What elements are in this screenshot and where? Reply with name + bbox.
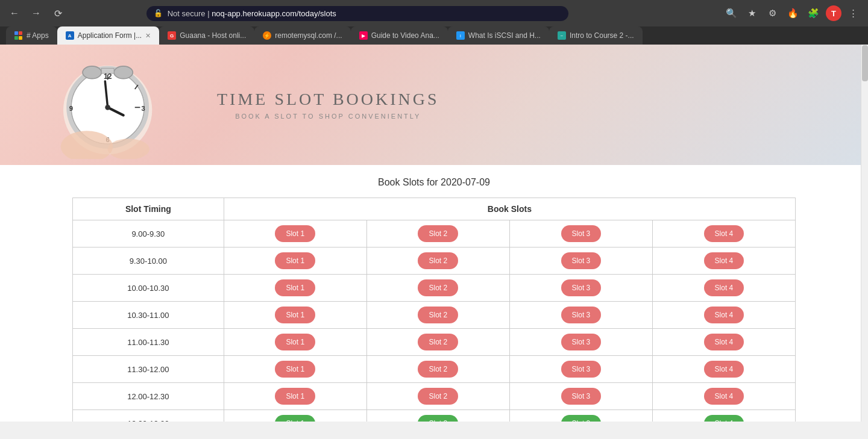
slot-timing-cell: 10.30-11.00	[73, 302, 224, 329]
slot-button-4[interactable]: Slot 4	[704, 388, 744, 405]
slot-button-4[interactable]: Slot 4	[704, 252, 744, 269]
forward-button[interactable]: →	[28, 5, 45, 22]
slot-button-1[interactable]: Slot 1	[275, 279, 315, 296]
slot-button-1[interactable]: Slot 1	[275, 252, 315, 269]
slot-timing-text: 11.00-11.30	[127, 338, 169, 347]
slot-cell: Slot 1	[224, 356, 366, 383]
slot-timing-cell: 9.00-9.30	[73, 220, 224, 248]
clock-illustration: 12 3 6 9	[24, 51, 181, 159]
svg-point-17	[108, 139, 149, 159]
slot-button-2[interactable]: Slot 2	[418, 334, 458, 350]
slot-cell: Slot 3	[509, 410, 652, 422]
slot-button-1[interactable]: Slot 1	[275, 361, 315, 378]
slot-cell: Slot 3	[509, 329, 652, 356]
slot-button-2[interactable]: Slot 2	[418, 279, 458, 296]
slot-button-1[interactable]: Slot 1	[275, 415, 315, 422]
remotemysql-favicon: ⚡	[263, 31, 271, 40]
slot-button-2[interactable]: Slot 2	[418, 225, 458, 242]
iscsi-favicon: i	[456, 31, 465, 40]
profile-avatar[interactable]: T	[826, 5, 841, 21]
svg-point-4	[114, 66, 133, 79]
tab-apps[interactable]: # Apps	[6, 26, 57, 45]
course2-favicon: ~	[558, 31, 566, 40]
tab-iscsi-label: What Is iSCSI and H...	[468, 31, 541, 40]
slot-button-4[interactable]: Slot 4	[704, 225, 744, 242]
puzzle-button[interactable]: 🧩	[805, 5, 822, 22]
slot-timing-text: 9.00-9.30	[131, 229, 165, 238]
slot-button-2[interactable]: Slot 2	[418, 415, 458, 422]
slot-button-4[interactable]: Slot 4	[704, 361, 744, 378]
slot-cell: Slot 1	[224, 383, 366, 410]
slot-button-2[interactable]: Slot 2	[418, 307, 458, 323]
tab-apps-label: # Apps	[27, 31, 49, 40]
slot-button-3[interactable]: Slot 3	[561, 279, 602, 296]
slot-button-1[interactable]: Slot 1	[275, 388, 315, 405]
slot-cell: Slot 4	[652, 410, 795, 422]
menu-button[interactable]: ⋮	[845, 5, 862, 22]
tab-close-icon[interactable]: ✕	[145, 32, 151, 40]
slot-timing-cell: 12.30-13.00	[73, 410, 224, 422]
slot-cell: Slot 2	[366, 248, 509, 275]
hero-text-container: Time Slot Bookings Book a slot to shop c…	[217, 90, 439, 120]
fire-button[interactable]: 🔥	[785, 5, 802, 22]
address-bar[interactable]: 🔓 Not secure | noq-app.herokuapp.com/tod…	[146, 6, 568, 21]
url-text: Not secure | noq-app.herokuapp.com/today…	[168, 9, 336, 18]
tab-remotemysql[interactable]: ⚡ remotemysql.com /...	[254, 26, 350, 45]
tab-remotemysql-label: remotemysql.com /...	[275, 31, 342, 40]
tabs-bar: # Apps A Application Form |... ✕ G Guaan…	[0, 26, 868, 45]
slot-button-2[interactable]: Slot 2	[418, 252, 458, 269]
browser-chrome: ← → ⟳ 🔓 Not secure | noq-app.herokuapp.c…	[0, 0, 868, 45]
reload-button[interactable]: ⟳	[49, 5, 66, 22]
slot-timing-cell: 11.00-11.30	[73, 329, 224, 356]
slot-button-3[interactable]: Slot 3	[561, 225, 602, 242]
settings-button[interactable]: ⚙	[764, 5, 781, 22]
slot-button-1[interactable]: Slot 1	[275, 225, 315, 242]
scrollbar-thumb[interactable]	[862, 45, 868, 81]
slot-button-2[interactable]: Slot 2	[418, 361, 458, 378]
page-content: 12 3 6 9 Time Slot Bookings Book a slot …	[0, 45, 868, 422]
back-button[interactable]: ←	[6, 5, 23, 22]
slot-button-2[interactable]: Slot 2	[418, 388, 458, 405]
tab-appform[interactable]: A Application Form |... ✕	[57, 26, 160, 45]
slot-button-1[interactable]: Slot 1	[275, 334, 315, 350]
table-row: 11.30-12.00Slot 1Slot 2Slot 3Slot 4	[73, 356, 796, 383]
tab-course2-label: Intro to Course 2 -...	[570, 31, 634, 40]
table-row: 10.00-10.30Slot 1Slot 2Slot 3Slot 4	[73, 275, 796, 302]
table-row: 9.00-9.30Slot 1Slot 2Slot 3Slot 4	[73, 220, 796, 248]
slot-button-4[interactable]: Slot 4	[704, 307, 744, 323]
slot-button-1[interactable]: Slot 1	[275, 307, 315, 323]
slot-cell: Slot 1	[224, 275, 366, 302]
tab-videoana[interactable]: ▶ Guide to Video Ana...	[351, 26, 448, 45]
slot-button-3[interactable]: Slot 3	[561, 307, 602, 323]
slot-button-3[interactable]: Slot 3	[561, 361, 602, 378]
slot-button-4[interactable]: Slot 4	[704, 334, 744, 350]
svg-text:3: 3	[141, 105, 145, 112]
apps-favicon	[14, 31, 23, 40]
tab-videoana-label: Guide to Video Ana...	[371, 31, 439, 40]
slot-button-3[interactable]: Slot 3	[561, 252, 602, 269]
browser-titlebar: ← → ⟳ 🔓 Not secure | noq-app.herokuapp.c…	[0, 0, 868, 26]
lock-icon: 🔓	[154, 9, 163, 17]
slot-button-4[interactable]: Slot 4	[704, 279, 744, 296]
videoana-favicon: ▶	[359, 31, 368, 40]
tab-guaana[interactable]: G Guaana - Host onli...	[159, 26, 254, 45]
slot-button-3[interactable]: Slot 3	[561, 334, 602, 350]
slot-button-3[interactable]: Slot 3	[561, 388, 602, 405]
slot-cell: Slot 2	[366, 220, 509, 248]
slot-button-3[interactable]: Slot 3	[561, 415, 602, 422]
bookmark-button[interactable]: ★	[744, 5, 761, 22]
slot-cell: Slot 1	[224, 302, 366, 329]
tab-iscsi[interactable]: i What Is iSCSI and H...	[448, 26, 549, 45]
slot-cell: Slot 3	[509, 383, 652, 410]
table-row: 12.30-13.00Slot 1Slot 2Slot 3Slot 4	[73, 410, 796, 422]
scrollbar[interactable]	[861, 45, 868, 422]
slot-button-4[interactable]: Slot 4	[704, 415, 744, 422]
slot-cell: Slot 2	[366, 302, 509, 329]
slot-cell: Slot 4	[652, 329, 795, 356]
table-row: 9.30-10.00Slot 1Slot 2Slot 3Slot 4	[73, 248, 796, 275]
col-header-slots: Book Slots	[224, 198, 795, 220]
tab-course2[interactable]: ~ Intro to Course 2 -...	[549, 26, 643, 45]
search-button[interactable]: 🔍	[723, 5, 740, 22]
slot-cell: Slot 1	[224, 248, 366, 275]
not-secure-label: Not secure	[168, 9, 206, 18]
